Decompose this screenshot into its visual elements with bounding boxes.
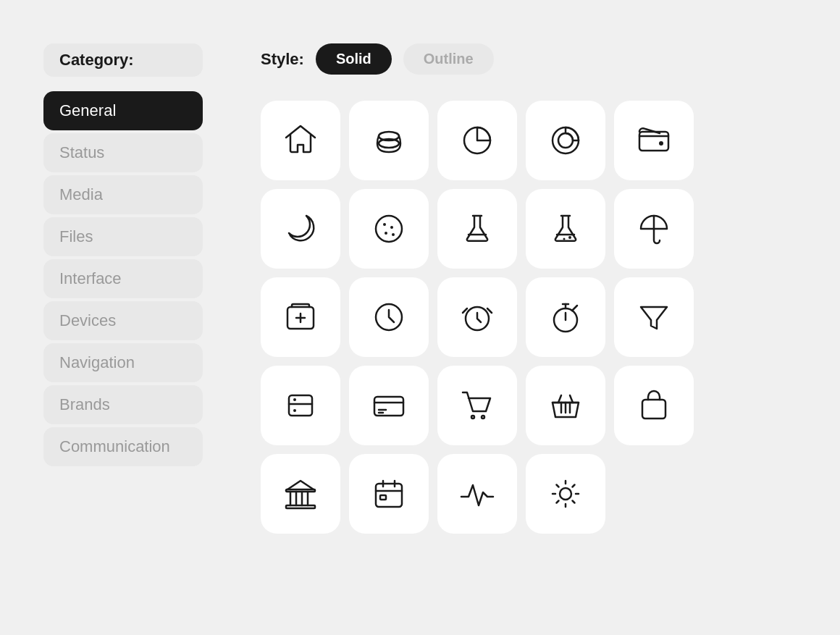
icon-stopwatch[interactable] [526,277,605,357]
icon-bank[interactable] [261,454,340,534]
icon-umbrella[interactable] [614,189,694,269]
sidebar-item-devices[interactable]: Devices [43,301,203,340]
icon-sun[interactable] [526,454,605,534]
svg-point-4 [558,133,573,148]
icon-flask[interactable] [437,189,517,269]
icon-flask2[interactable] [526,189,605,269]
svg-point-26 [482,416,484,419]
svg-line-44 [557,501,559,503]
content-area: Style: Solid Outline [261,43,694,534]
sidebar-item-brands[interactable]: Brands [43,385,203,424]
sidebar-item-media[interactable]: Media [43,175,203,214]
icon-storage[interactable] [261,366,340,445]
sidebar-item-interface[interactable]: Interface [43,259,203,298]
icon-calendar[interactable] [349,454,429,534]
svg-point-6 [659,141,663,146]
svg-point-23 [293,409,296,412]
svg-point-36 [560,488,571,500]
icon-activity[interactable] [437,454,517,534]
icon-basket[interactable] [526,366,605,445]
icon-alarm-clock[interactable] [437,277,517,357]
svg-point-7 [376,216,402,242]
sidebar-item-files[interactable]: Files [43,217,203,256]
svg-point-22 [293,398,296,401]
outline-button[interactable]: Outline [403,43,494,75]
svg-line-42 [573,501,575,503]
main-layout: Category: General Status Media Files Int… [43,43,694,534]
icon-credit-card[interactable] [349,366,429,445]
icon-first-aid[interactable] [261,277,340,357]
svg-line-41 [557,485,559,487]
svg-point-25 [471,416,474,419]
icon-empty [614,454,694,534]
icon-clock[interactable] [349,277,429,357]
svg-rect-21 [289,395,312,416]
icon-moon[interactable] [261,189,340,269]
svg-rect-5 [639,132,668,151]
style-label: Style: [261,50,304,69]
icon-bag[interactable] [349,101,429,180]
sidebar-item-communication[interactable]: Communication [43,427,203,466]
icon-shopping-bag[interactable] [614,366,694,445]
sidebar-item-general[interactable]: General [43,91,203,130]
svg-point-10 [385,232,387,235]
icon-filter[interactable] [614,277,694,357]
sidebar-item-navigation[interactable]: Navigation [43,343,203,382]
icon-pie-chart[interactable] [437,101,517,180]
solid-button[interactable]: Solid [316,43,392,75]
svg-point-14 [568,236,571,239]
category-label: Category: [43,43,203,77]
icon-donut-chart[interactable] [526,101,605,180]
icons-grid [261,101,694,534]
sidebar: Category: General Status Media Files Int… [43,43,203,469]
svg-point-8 [383,223,386,226]
icon-shopping-cart[interactable] [437,366,517,445]
icon-wallet[interactable] [614,101,694,180]
svg-rect-27 [642,400,665,419]
svg-point-9 [390,226,393,229]
svg-line-43 [573,485,575,487]
style-selector: Style: Solid Outline [261,43,694,75]
svg-point-11 [392,233,395,236]
icon-home[interactable] [261,101,340,180]
svg-rect-35 [380,495,386,500]
svg-point-15 [563,238,566,240]
icon-cookie[interactable] [349,189,429,269]
sidebar-item-status[interactable]: Status [43,133,203,172]
